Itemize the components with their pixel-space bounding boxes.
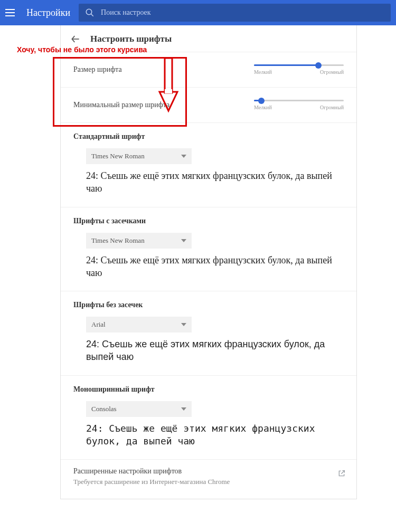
annotation-text: Хочу, чтобы не было этого курсива: [17, 45, 147, 54]
svg-marker-7: [181, 239, 186, 242]
dropdown-value: Times New Roman: [91, 236, 145, 245]
sans-font-section: Шрифты без засечек Arial 24: Съешь же ещ…: [61, 291, 356, 375]
mono-font-section: Моноширинный шрифт Consolas 24: Съешь же…: [61, 375, 356, 460]
standard-font-dropdown[interactable]: Times New Roman: [86, 148, 192, 164]
serif-font-dropdown[interactable]: Times New Roman: [86, 233, 192, 249]
min-font-size-slider[interactable]: МелкийОгромный: [254, 100, 344, 110]
svg-marker-9: [181, 407, 186, 411]
advanced-fonts-row[interactable]: Расширенные настройки шрифтов Требуется …: [61, 459, 356, 499]
slider-max-label: Огромный: [320, 69, 344, 75]
dropdown-value: Arial: [91, 320, 106, 329]
chevron-down-icon: [181, 154, 186, 159]
slider-min-label: Мелкий: [254, 104, 272, 110]
font-sample: 24: Съешь же ещё этих мягких французских…: [86, 169, 344, 195]
menu-icon[interactable]: [5, 5, 20, 20]
dropdown-value: Times New Roman: [91, 152, 145, 160]
font-size-slider[interactable]: МелкийОгромный: [254, 64, 344, 75]
svg-line-1: [91, 14, 93, 16]
svg-point-0: [86, 9, 92, 15]
font-sample: 24: Съешь же ещё этих мягких французских…: [86, 338, 344, 364]
app-title: Настройки: [26, 7, 70, 18]
chevron-down-icon: [181, 322, 186, 327]
search-field[interactable]: [79, 4, 391, 22]
advanced-subtitle: Требуется расширение из Интернет-магазин…: [73, 478, 344, 486]
search-input[interactable]: [100, 8, 384, 17]
top-bar: Настройки: [0, 0, 396, 25]
slider-max-label: Огромный: [320, 104, 344, 110]
section-title: Стандартный шрифт: [73, 132, 344, 141]
slider-min-label: Мелкий: [254, 69, 272, 75]
font-size-row: Размер шрифта МелкийОгромный: [61, 52, 356, 87]
search-icon: [85, 8, 95, 17]
settings-card: Настроить шрифты Размер шрифта МелкийОгр…: [60, 25, 357, 499]
svg-marker-6: [181, 155, 186, 158]
font-sample: 24: Съешь же ещё этих мягких французских…: [86, 254, 344, 280]
chevron-down-icon: [181, 238, 186, 243]
min-font-size-row: Минимальный размер шрифта МелкийОгромный: [61, 87, 356, 122]
section-title: Моноширинный шрифт: [73, 385, 344, 394]
external-link-icon[interactable]: [337, 469, 346, 478]
standard-font-section: Стандартный шрифт Times New Roman 24: Съ…: [61, 122, 356, 207]
font-sample: 24: Съешь же ещё этих мягких французских…: [86, 422, 344, 448]
chevron-down-icon: [181, 406, 186, 412]
serif-font-section: Шрифты с засечками Times New Roman 24: С…: [61, 207, 356, 291]
mono-font-dropdown[interactable]: Consolas: [86, 401, 192, 417]
back-arrow-icon[interactable]: [70, 34, 81, 44]
page-title: Настроить шрифты: [90, 34, 172, 44]
svg-marker-8: [181, 323, 186, 326]
font-size-label: Размер шрифта: [73, 65, 254, 74]
section-title: Шрифты без засечек: [73, 301, 344, 309]
section-title: Шрифты с засечками: [73, 217, 344, 225]
min-font-size-label: Минимальный размер шрифта: [73, 101, 254, 109]
advanced-title: Расширенные настройки шрифтов: [73, 467, 344, 476]
dropdown-value: Consolas: [91, 405, 117, 413]
sans-font-dropdown[interactable]: Arial: [86, 317, 192, 332]
